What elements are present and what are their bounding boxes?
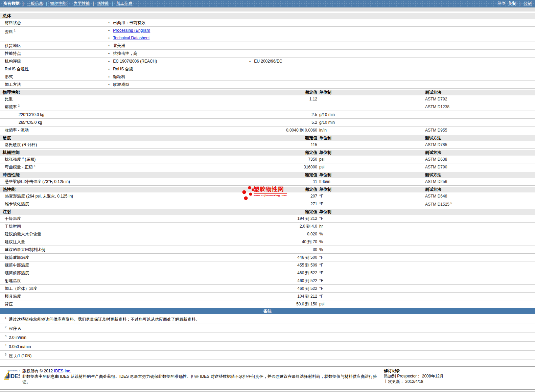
nav-link[interactable]: 力学性能 (73, 1, 90, 6)
column-header-method: 测试方法 (425, 90, 535, 95)
section-header: 热性能额定值单位制测试方法 (0, 187, 535, 192)
column-header-value: 额定值 (250, 209, 317, 215)
bullet-text: 抗撞击性，高 (113, 51, 137, 56)
bullet-icon: • (108, 19, 110, 26)
ides-logo: Powered by i IDES (3, 368, 20, 384)
property-label: 模具温度 (0, 294, 250, 299)
general-section-rows: 材料状态•已商用：当前有效资料1•Processing (English)•Te… (0, 19, 535, 89)
row-values: •已商用：当前有效 (108, 19, 535, 26)
property-unit: psi (319, 165, 425, 169)
footnote-row: 40.050 in/min (0, 342, 535, 351)
section-header-general: 总体 (0, 13, 535, 19)
units-label: 单位 (497, 1, 505, 6)
property-unit: °F (319, 271, 425, 275)
column-header-unit: 单位制 (319, 209, 425, 215)
property-label: 干燥时间 (0, 224, 250, 229)
property-label: 建议的最大回制料比例 (0, 247, 250, 253)
footnote-ref: 4 (34, 164, 36, 167)
column-header-method: 测试方法 (425, 135, 535, 141)
section-title: 物理性能 (0, 90, 250, 95)
footnote-row: 2程序 A (0, 323, 535, 332)
property-label: 建议注入量 (0, 239, 250, 245)
row-values: •吹塑成型 (108, 81, 535, 88)
property-value: 40 到 70 (250, 239, 317, 245)
property-unit: °F (319, 278, 425, 283)
property-unit: hr (319, 224, 425, 229)
unit-switcher: 单位 英制 | 公制 (497, 1, 532, 6)
column-header-value: 额定值 (250, 150, 317, 156)
section-header: 机械性能额定值单位制测试方法 (0, 150, 535, 156)
nav-separator: | (112, 1, 113, 6)
bullet-item: •EC 1907/2006 (REACH) (108, 57, 249, 65)
property-label: 材料状态 (0, 19, 108, 26)
table-row: 供货地区•北美洲 (0, 42, 535, 50)
document-link[interactable]: Processing (English) (113, 28, 150, 33)
section-title: 注射 (0, 209, 250, 215)
property-value: 0.0040 到 0.0060 (250, 128, 317, 133)
property-label: 建议的最大水分含量 (0, 231, 250, 237)
property-label: 机构评级 (0, 57, 108, 65)
property-label: 螺筒中部温度 (0, 262, 250, 268)
column-header-unit: 单位制 (319, 150, 425, 156)
property-unit: in/in (319, 128, 425, 133)
table-row: 背压50.0 到 150psi (0, 300, 535, 308)
property-label: 背压 (0, 301, 250, 307)
test-method: ASTM D256 (425, 179, 535, 184)
property-value: 50.0 到 150 (250, 301, 317, 307)
property-unit: psi (319, 157, 425, 162)
property-label: 性能特点 (0, 50, 108, 57)
column-header-unit: 单位制 (319, 172, 425, 178)
table-row: 热变形温度 (264 psi, 未退火, 0.125 in)207°FASTM … (0, 192, 535, 200)
property-value: 460 到 522 (250, 278, 317, 284)
property-unit: % (319, 232, 425, 236)
bullet-icon: • (108, 27, 110, 34)
test-method: ASTM D785 (425, 142, 535, 147)
column-header-unit: 单位制 (319, 135, 425, 141)
property-label: 干燥温度 (0, 216, 250, 222)
property-label: 维卡软化温度 (0, 201, 250, 207)
document-link[interactable]: Technical Datasheet (113, 36, 149, 40)
added-label: 添加到 Prospector： (384, 374, 421, 378)
footnote-row: 5压 力1 (10N) (0, 351, 535, 360)
table-row: 机构评级•EC 1907/2006 (REACH)•EU 2002/96/EC (0, 57, 535, 65)
column-header-unit: 单位制 (319, 90, 425, 95)
nav-link[interactable]: 加工信息 (116, 1, 133, 6)
bullet-text: RoHS 合规 (113, 67, 133, 71)
bullet-item: •抗撞击性，高 (108, 50, 249, 57)
ides-inc-link[interactable]: IDES Inc. (54, 369, 71, 373)
row-values: •EC 1907/2006 (REACH)•EU 2002/96/EC (108, 57, 535, 65)
nav-link[interactable]: 一般信息 (27, 1, 43, 6)
table-row: 材料状态•已商用：当前有效 (0, 19, 535, 27)
bullet-item: •北美洲 (108, 42, 249, 49)
property-value: 1.12 (250, 97, 317, 101)
nav-tab-all-data[interactable]: 所有数据 (3, 1, 20, 6)
footnote-number: 5 (5, 353, 6, 356)
unit-english-active[interactable]: 英制 (508, 1, 516, 6)
table-row: 螺筒中部温度455 到 509°F (0, 261, 535, 269)
bullet-text: 颗粒料 (113, 74, 125, 79)
nav-link[interactable]: 热性能 (97, 1, 109, 6)
section-header: 物理性能额定值单位制测试方法 (0, 90, 535, 95)
footnote-number: 3 (5, 335, 6, 338)
table-row: 悬壁梁缺口冲击强度 (73°F, 0.125 in)11ft·lb/inASTM… (0, 178, 535, 186)
test-method: ASTM D790 (425, 165, 535, 169)
table-row: 干燥温度194 到 212°F (0, 215, 535, 223)
top-navbar: 所有数据 |一般信息|物理性能|力学性能|热性能|加工信息 单位 英制 | 公制 (0, 0, 535, 7)
unit-metric-link[interactable]: 公制 (524, 1, 532, 6)
section-title: 冲击性能 (0, 172, 250, 178)
test-method: ASTM D648 (425, 194, 535, 199)
property-label: 加工（熔体）温度 (0, 286, 250, 292)
property-sections: 物理性能额定值单位制测试方法比重1.12ASTM D792熔流率2ASTM D1… (0, 90, 535, 308)
table-row: 比重1.12ASTM D792 (0, 95, 535, 103)
property-value: 5.2 (250, 120, 317, 125)
footnote-number: 4 (5, 344, 6, 347)
updated-value: 2012/4/18 (405, 379, 423, 384)
table-row: 加工方法•吹塑成型 (0, 81, 535, 89)
table-row: 加工（熔体）温度460 到 522°F (0, 285, 535, 293)
property-unit: °F (319, 202, 425, 206)
section-title: 总体 (0, 13, 250, 19)
column-header-value: 额定值 (250, 90, 317, 95)
nav-separator: | (519, 1, 520, 6)
nav-link[interactable]: 物理性能 (50, 1, 66, 6)
nav-separator: | (69, 1, 70, 6)
